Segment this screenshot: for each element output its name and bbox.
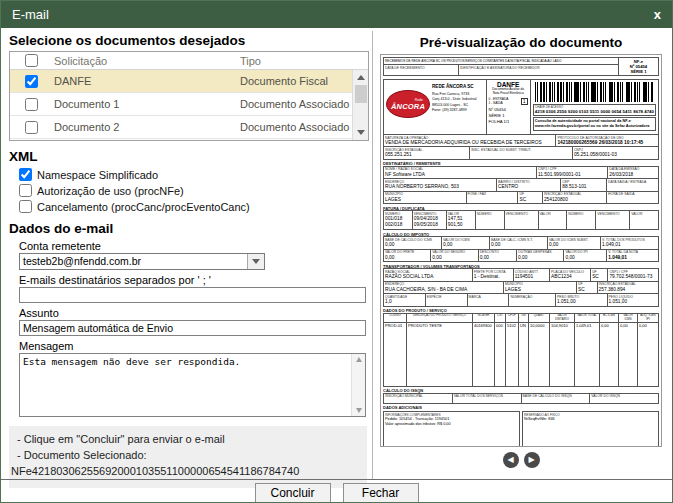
select-all-checkbox[interactable] — [25, 54, 38, 67]
field-label: HORA DE SAÍDA — [608, 192, 657, 196]
sender-select[interactable]: testeb2b@nfendd.com.br — [19, 253, 265, 270]
imposto-row-1: BASE DE CÁLCULO DO ICMS0,00 VALOR DO ICM… — [383, 236, 659, 249]
close-button[interactable]: x — [654, 8, 661, 21]
dropdown-arrow-icon — [252, 259, 260, 264]
table-row-documento2[interactable]: Documento 2 Documento Associado — [10, 116, 368, 139]
field-value: 09/05/2018 — [414, 222, 445, 228]
fechar-button[interactable]: Fechar — [343, 483, 419, 503]
message-text: Esta mensagem não deve ser respondida. — [20, 354, 365, 369]
danfe-document-preview: RECEBEMOS DE REDE ÂNCORA SC OS PRODUTOS/… — [380, 54, 662, 447]
volumes-qtd-field: QUANTIDADE1,0 — [384, 294, 425, 305]
cell-value: 104,9010 — [550, 323, 574, 329]
preview-heading: Pré-visualização do documento — [375, 35, 667, 50]
documents-table: Solicitação Tipo DANFE Documento Fiscal … — [9, 51, 369, 141]
option-cancelamento[interactable]: Cancelamento (procCanc/procEventoCanc) — [19, 199, 369, 214]
message-textarea[interactable]: Esta mensagem não deve ser respondida. — [19, 353, 366, 417]
field-value: 055.251.251 — [385, 152, 468, 158]
field-value: 1.051,00 — [609, 299, 657, 305]
issqn-im-field: INSCRIÇÃO MUNICIPAL — [384, 394, 452, 403]
dest-ie-field: INSCRIÇÃO ESTADUAL254120800 — [542, 192, 606, 203]
subject-label: Assunto — [19, 307, 369, 319]
table-scrollbar[interactable] — [352, 70, 368, 140]
cell-solicitacao: Documento 2 — [52, 121, 240, 133]
fatura-table: NÚMERO001/018002/018 VENCIMENTO09/04/201… — [383, 210, 659, 230]
field-value: 26/03/2018 — [609, 172, 657, 178]
scroll-down-button[interactable] — [353, 125, 368, 140]
recipients-label: E-mails destinatários separados por ' ; … — [19, 274, 369, 286]
dialog-title: E-mail — [12, 7, 49, 22]
destinatario-row-2: ENDEREÇORUA NORBERTO SERRANO, 503 BAIRRO… — [383, 178, 659, 191]
canhoto-date-field: DATA DE RECEBIMENTO — [384, 65, 459, 75]
field-value: SC — [592, 274, 606, 280]
valor-ipi-field: VALOR DO IPI0,00 — [563, 250, 606, 261]
autorizacao-checkbox[interactable] — [19, 184, 32, 197]
barcode — [535, 82, 654, 102]
transp-municipio-field: MUNICÍPIOLAGES — [503, 282, 576, 293]
scroll-down-icon — [357, 130, 365, 135]
table-row-danfe[interactable]: DANFE Documento Fiscal — [10, 70, 368, 93]
field-label: FONE / FAX — [468, 192, 517, 196]
message-scrollbar[interactable] — [351, 354, 365, 416]
row-checkbox[interactable] — [25, 98, 38, 111]
preview-prev-button[interactable]: ◀ — [503, 452, 519, 468]
option-autorizacao[interactable]: Autorização de uso (procNFe) — [19, 183, 369, 198]
dropdown-button[interactable] — [247, 254, 264, 269]
concluir-button[interactable]: Concluir — [255, 483, 331, 503]
transportador-row-1: RAZÃO SOCIALRAZÃO SOCIAL LTDA FRETE POR … — [383, 268, 659, 281]
natureza-row: NATUREZA DA OPERAÇÃO VENDA DE MERCADORIA… — [383, 134, 659, 147]
fatura-vencimento: VENCIMENTO09/04/201809/05/2018 — [412, 211, 446, 229]
field-value: 0,00 — [385, 242, 440, 248]
field-label: VALOR — [631, 212, 657, 216]
field-value: 79.702.548/0001-73 — [609, 274, 657, 280]
seguro-field: VALOR DO SEGURO0,00 — [430, 250, 477, 261]
field-value: SC — [519, 197, 540, 203]
field-value: 0,00 — [443, 242, 488, 248]
bc-icms-field: BASE DE CÁLCULO DO ICMS0,00 — [384, 237, 441, 248]
field-label: VALOR DO ISSQN — [591, 394, 657, 398]
reservado-fisco-box: RESERVADO AO FISCO NrSeqEvtNfe: 846 — [522, 411, 659, 447]
fatura-valor: VALOR — [538, 211, 567, 229]
scrollbar-thumb[interactable] — [355, 85, 367, 103]
field-value: 0,00 — [432, 255, 476, 261]
field-value: VENDA DE MERCADORIA ADQUIRIDA OU RECEBID… — [385, 140, 554, 146]
fatura-numero: NÚMERO — [567, 211, 595, 229]
option-namespace[interactable]: Namespace Simplificado — [19, 167, 369, 182]
transportador-row-3: QUANTIDADE1,0 ESPÉCIE MARCA NUMERAÇÃO PE… — [383, 293, 659, 306]
field-value: RUA CACHOEIRA, S/N - BA DE CIMA — [385, 287, 502, 293]
scroll-up-icon — [356, 357, 362, 362]
field-value: 1 - Destinat. — [474, 274, 512, 280]
danfe-folha: FOLHA 1/1 — [489, 119, 528, 125]
preview-panel: Pré-visualização do documento RECEBEMOS … — [375, 32, 667, 468]
field-value: NF Software LTDA — [385, 172, 535, 178]
dest-municipio-field: MUNICÍPIOLAGES — [384, 192, 466, 203]
cancelamento-checkbox[interactable] — [19, 200, 32, 213]
row-checkbox[interactable] — [25, 121, 38, 134]
dest-cep-field: CEP88.513-101 — [560, 179, 606, 190]
col-header: VALOR ICMS — [619, 314, 637, 323]
volumes-especie-field: ESPÉCIE — [425, 294, 467, 305]
transportador-row-2: ENDEREÇORUA CACHOEIRA, S/N - BA DE CIMA … — [383, 281, 659, 294]
table-row-documento1[interactable]: Documento 1 Documento Associado — [10, 93, 368, 116]
col-header: DESCRIÇÃO DO PRODUTO / SERVIÇO — [407, 314, 472, 323]
namespace-checkbox[interactable] — [19, 168, 32, 181]
left-panel: Selecione os documentos desejados Solici… — [9, 32, 369, 488]
transp-frete-field: FRETE POR CONTA1 - Destinat. — [472, 269, 513, 280]
outras-despesas-field: OUTRAS DESPESAS0,00 — [516, 250, 563, 261]
field-value: 88.513-101 — [562, 184, 605, 190]
preview-next-button[interactable]: ▶ — [524, 452, 540, 468]
dest-uf-field: UFSC — [517, 192, 541, 203]
footer-divider — [1, 479, 672, 480]
scroll-up-button[interactable] — [353, 70, 368, 85]
scroll-down-icon — [356, 408, 362, 413]
field-value: 002/018 — [385, 222, 411, 228]
nfe-serie: SÉRIE 1 — [619, 69, 658, 74]
field-value: 11.501.999/0001-01 — [538, 172, 606, 178]
recipients-input[interactable] — [19, 287, 366, 303]
iest-field: INSC. ESTADUAL DO SUBST. TRIBUT. — [469, 147, 572, 158]
col-header: CÓDIGO — [384, 314, 406, 323]
field-value: 0,00 — [491, 242, 546, 248]
ie-field: INSCRIÇÃO ESTADUAL055.251.251 — [384, 147, 469, 158]
subject-input[interactable] — [19, 320, 366, 336]
info-line-2: - Documento Selecionado: — [17, 447, 359, 463]
row-checkbox[interactable] — [25, 75, 38, 88]
